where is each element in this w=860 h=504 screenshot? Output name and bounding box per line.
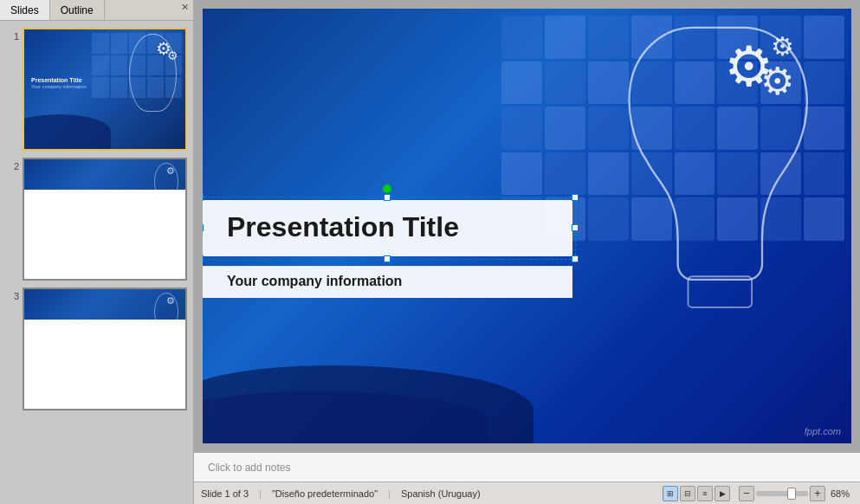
status-divider-1: |: [259, 488, 262, 499]
slide-number-3: 3: [5, 288, 19, 301]
main-area: Slides Outline ✕ 1: [0, 0, 860, 504]
slide-title[interactable]: Presentation Title: [227, 212, 548, 242]
notes-area[interactable]: Click to add notes: [194, 452, 860, 481]
tab-outline[interactable]: Outline: [50, 0, 105, 20]
zoom-slider[interactable]: [756, 491, 808, 496]
zoom-value: 68%: [827, 488, 853, 499]
theme-name: "Diseño predeterminado": [272, 488, 378, 499]
zoom-in-button[interactable]: +: [810, 486, 825, 501]
sidebar: Slides Outline ✕ 1: [0, 0, 194, 504]
normal-view-button[interactable]: ⊞: [663, 486, 678, 501]
slide-thumbnail-2[interactable]: ⚙: [23, 158, 187, 281]
slide-canvas: ⚙ ⚙ ⚙: [203, 9, 851, 443]
handle-bl[interactable]: [203, 255, 204, 262]
handle-bm[interactable]: [384, 255, 391, 262]
slides-panel: 1 ⚙ ⚙: [0, 21, 193, 504]
handle-br[interactable]: [572, 255, 579, 262]
slide-sorter-button[interactable]: ⊟: [680, 486, 695, 501]
status-bar: Slide 1 of 3 | "Diseño predeterminado" |…: [194, 481, 860, 504]
subtitle-banner: Your company information: [203, 266, 572, 298]
slide-info: Slide 1 of 3: [201, 488, 249, 499]
content-area: ⚙ ⚙ ⚙: [194, 0, 860, 504]
close-sidebar-button[interactable]: ✕: [179, 0, 193, 14]
slide-number-1: 1: [5, 28, 19, 42]
slide-number-2: 2: [5, 158, 19, 171]
zoom-controls: − + 68%: [739, 486, 853, 501]
handle-lm[interactable]: [203, 224, 204, 231]
handle-tl[interactable]: [203, 194, 204, 201]
app-container: Slides Outline ✕ 1: [0, 0, 860, 504]
zoom-out-button[interactable]: −: [739, 486, 754, 501]
status-right: ⊞ ⊟ ≡ ▶ − + 68%: [663, 486, 853, 501]
title-banner: Presentation Title: [203, 200, 572, 256]
slide-area: ⚙ ⚙ ⚙: [194, 0, 860, 452]
slide-subtitle[interactable]: Your company information: [227, 274, 548, 289]
slide-thumbnail-3[interactable]: ⚙: [23, 288, 187, 410]
gears-decoration: ⚙ ⚙ ⚙: [724, 35, 773, 99]
slide-thumb-row-3: 3 ⚙: [5, 288, 188, 410]
slideshow-button[interactable]: ▶: [715, 486, 730, 501]
language: Spanish (Uruguay): [401, 488, 481, 499]
sidebar-tabs: Slides Outline ✕: [0, 0, 193, 21]
slide-thumbnail-1[interactable]: ⚙ ⚙ Presentation Title Your company info…: [23, 28, 187, 151]
slide-thumb-row-2: 2 ⚙: [5, 158, 188, 281]
slide-thumb-row-1: 1 ⚙ ⚙: [5, 28, 188, 151]
status-divider-2: |: [388, 488, 391, 499]
notes-placeholder: Click to add notes: [208, 462, 290, 474]
notes-view-button[interactable]: ≡: [697, 486, 713, 501]
rotation-handle[interactable]: [383, 184, 391, 193]
watermark: fppt.com: [805, 426, 841, 436]
tab-slides[interactable]: Slides: [0, 0, 50, 20]
main-slide[interactable]: ⚙ ⚙ ⚙: [203, 9, 851, 443]
view-icons: ⊞ ⊟ ≡ ▶: [663, 486, 730, 501]
svg-rect-0: [689, 276, 753, 307]
handle-tm[interactable]: [384, 194, 391, 201]
